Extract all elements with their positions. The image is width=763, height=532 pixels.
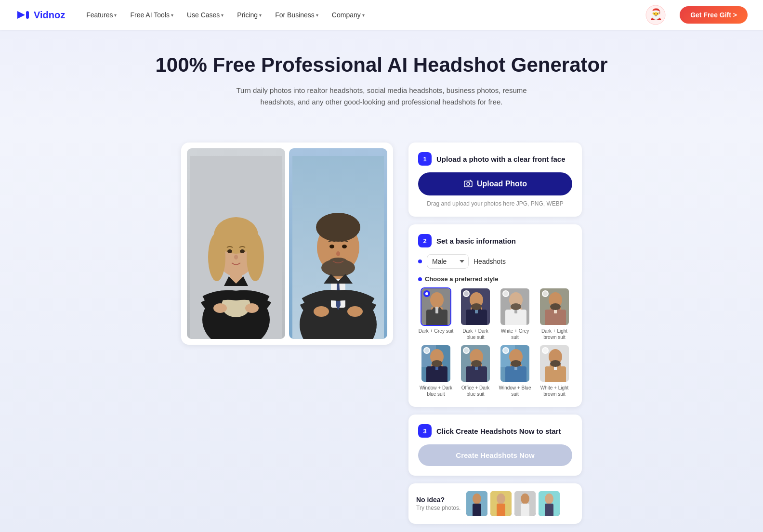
chevron-down-icon: ▾ [259, 13, 262, 18]
main-content: 1 Upload a photo with a clear front face… [0, 127, 763, 532]
chevron-down-icon: ▾ [171, 13, 173, 18]
style-label-window-blue: Window + Blue suit [497, 385, 533, 397]
style-label-dark-grey: Dark + Grey suit [419, 328, 454, 334]
hero-subtitle: Turn daily photos into realtor headshots… [218, 85, 545, 108]
gender-row: Male Female Headshots [418, 254, 572, 269]
page-title: 100% Free Professional AI Headshot Gener… [15, 53, 748, 77]
female-example-photo [187, 148, 285, 339]
style-section: Choose a preferred style [418, 275, 572, 283]
male-example-photo [289, 148, 387, 339]
svg-point-33 [430, 292, 444, 308]
style-label-dark-dblue: Dark + Dark blue suit [458, 328, 493, 340]
no-idea-card: No idea? Try these photos. [408, 483, 582, 524]
no-idea-thumbnails [466, 491, 560, 516]
bullet-icon [418, 277, 422, 281]
bullet-icon [418, 260, 422, 263]
step1-card: 1 Upload a photo with a clear front face… [408, 143, 582, 217]
svg-point-42 [471, 303, 482, 310]
gender-select[interactable]: Male Female [427, 254, 469, 269]
example-photos-panel [181, 143, 393, 345]
upload-hint: Drag and upload your photos here JPG, PN… [418, 200, 572, 207]
svg-rect-83 [473, 504, 481, 516]
svg-point-74 [511, 360, 521, 367]
svg-point-61 [432, 360, 442, 367]
style-label-window-dblue: Window + Dark blue suit [418, 385, 454, 397]
style-item-window-dblue[interactable]: Window + Dark blue suit [418, 344, 454, 397]
no-idea-thumb-1[interactable] [466, 491, 487, 516]
svg-point-31 [467, 182, 470, 185]
svg-point-28 [314, 306, 329, 317]
svg-point-26 [342, 245, 347, 248]
svg-point-10 [208, 233, 225, 281]
step2-card: 2 Set a basic information Male Female He… [408, 224, 582, 407]
no-idea-thumb-3[interactable] [514, 491, 536, 516]
svg-rect-1 [26, 11, 29, 19]
upload-icon [463, 179, 473, 189]
step1-title: Upload a photo with a clear front face [436, 155, 566, 163]
nav-free-ai-tools[interactable]: Free AI Tools ▾ [130, 11, 173, 19]
style-item-office-dblue[interactable]: Office + Dark blue suit [458, 344, 493, 397]
upload-photo-button[interactable]: Upload Photo [418, 172, 572, 195]
style-item-white-grey[interactable]: White + Grey suit [497, 287, 533, 340]
svg-point-22 [316, 213, 360, 242]
style-item-dark-lbrown[interactable]: Dark + Light brown suit [537, 287, 572, 340]
svg-point-54 [550, 303, 561, 310]
no-idea-thumb-4[interactable] [539, 491, 560, 516]
nav-company[interactable]: Company ▾ [332, 11, 365, 19]
chevron-down-icon: ▾ [114, 13, 117, 18]
svg-point-14 [234, 255, 238, 260]
chevron-down-icon: ▾ [316, 13, 318, 18]
headshots-label: Headshots [474, 258, 506, 265]
hero-section: 100% Free Professional AI Headshot Gener… [0, 30, 763, 127]
style-label-white-grey: White + Grey suit [497, 328, 533, 340]
get-free-gift-button[interactable]: Get Free Gift > [680, 6, 748, 24]
style-item-white-lbrown[interactable]: White + Light brown suit [537, 344, 572, 397]
create-headshots-button[interactable]: Create Headshots Now [418, 444, 572, 466]
svg-point-27 [336, 251, 340, 256]
step2-badge: 2 [418, 234, 432, 247]
step1-badge: 1 [418, 152, 432, 166]
svg-rect-86 [497, 504, 505, 516]
svg-point-91 [545, 493, 553, 504]
chevron-down-icon: ▾ [221, 13, 224, 18]
logo-text: Vidnoz [34, 10, 65, 21]
style-item-window-blue[interactable]: Window + Blue suit [497, 344, 533, 397]
nav-use-cases[interactable]: Use Cases ▾ [187, 11, 224, 19]
svg-text:🎅: 🎅 [649, 8, 663, 21]
style-label-office-dblue: Office + Dark blue suit [458, 385, 493, 397]
svg-rect-89 [521, 504, 529, 516]
female-portrait-svg [190, 156, 282, 339]
svg-rect-36 [435, 307, 438, 313]
nav-pricing[interactable]: Pricing ▾ [237, 11, 262, 19]
svg-point-80 [550, 360, 561, 367]
step3-card: 3 Click Create Headshots Now to start Cr… [408, 415, 582, 476]
male-portrait-svg [292, 156, 384, 339]
style-item-dark-dblue[interactable]: Dark + Dark blue suit [458, 287, 493, 340]
svg-point-88 [521, 493, 529, 504]
svg-point-85 [497, 493, 505, 504]
style-grid: Dark + Grey suit [418, 287, 572, 397]
nav-features[interactable]: Features ▾ [86, 11, 117, 19]
svg-point-12 [227, 249, 232, 253]
no-idea-subtitle: Try these photos. [416, 505, 460, 511]
svg-point-29 [347, 306, 363, 317]
logo[interactable]: Vidnoz [15, 7, 65, 23]
step3-badge: 3 [418, 424, 432, 438]
vidnoz-logo-icon [15, 7, 31, 23]
svg-rect-30 [464, 181, 472, 187]
step3-title: Click Create Headshots Now to start [436, 427, 561, 435]
style-item-dark-grey[interactable]: Dark + Grey suit [418, 287, 454, 340]
svg-rect-92 [545, 504, 553, 516]
style-label-dark-lbrown: Dark + Light brown suit [537, 328, 572, 340]
svg-marker-0 [17, 11, 25, 19]
chevron-down-icon: ▾ [362, 13, 365, 18]
no-idea-thumb-2[interactable] [490, 491, 512, 516]
style-label-white-lbrown: White + Light brown suit [537, 385, 572, 397]
nav-for-business[interactable]: For Business ▾ [275, 11, 318, 19]
svg-point-82 [473, 493, 481, 504]
step2-title: Set a basic information [436, 237, 516, 245]
svg-point-48 [511, 303, 521, 310]
svg-point-67 [471, 360, 482, 367]
right-panel: 1 Upload a photo with a clear front face… [408, 143, 582, 524]
santa-icon: 🎅 [645, 4, 666, 26]
